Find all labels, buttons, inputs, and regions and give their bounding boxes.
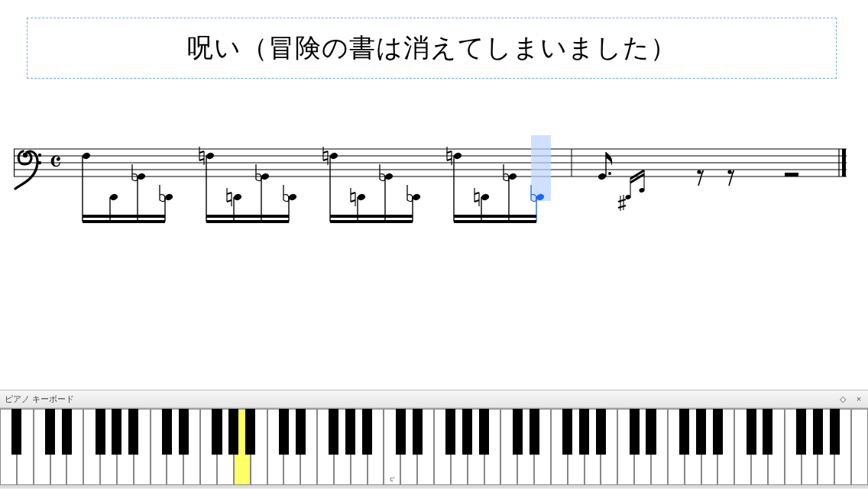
black-key[interactable] bbox=[413, 409, 423, 455]
svg-rect-65 bbox=[531, 135, 551, 201]
score-area[interactable]: 呪い（冒険の書は消えてしまいました） 𝄴 bbox=[0, 0, 868, 390]
black-key[interactable] bbox=[796, 409, 806, 455]
black-key[interactable] bbox=[296, 409, 306, 455]
svg-text:𝄴: 𝄴 bbox=[49, 146, 62, 178]
panel-close-icon[interactable]: × bbox=[854, 394, 863, 403]
svg-line-68 bbox=[447, 151, 452, 153]
key-label-middle-c: c' bbox=[384, 475, 400, 483]
black-key[interactable] bbox=[630, 409, 640, 455]
black-key[interactable] bbox=[329, 409, 338, 455]
black-key[interactable] bbox=[646, 409, 656, 455]
black-key[interactable] bbox=[212, 409, 222, 455]
svg-line-32 bbox=[227, 193, 232, 194]
app-frame: 呪い（冒険の書は消えてしまいました） 𝄴 ピアノ キーボード ◇ × c' bbox=[0, 0, 868, 489]
black-key[interactable] bbox=[128, 409, 138, 455]
svg-line-73 bbox=[474, 193, 479, 194]
title-box[interactable]: 呪い（冒険の書は消えてしまいました） bbox=[27, 18, 837, 79]
black-key[interactable] bbox=[179, 409, 189, 455]
svg-point-87 bbox=[608, 172, 611, 175]
svg-point-7 bbox=[38, 154, 41, 157]
black-key[interactable] bbox=[245, 409, 255, 455]
svg-line-92 bbox=[618, 206, 626, 208]
black-key[interactable] bbox=[713, 409, 723, 455]
piano-keyboard-panel: ピアノ キーボード ◇ × c' bbox=[0, 390, 868, 489]
svg-line-48 bbox=[323, 159, 328, 160]
black-key[interactable] bbox=[45, 409, 55, 455]
black-key[interactable] bbox=[362, 409, 372, 455]
black-key[interactable] bbox=[228, 409, 238, 455]
black-key[interactable] bbox=[596, 409, 606, 455]
black-key[interactable] bbox=[513, 409, 523, 455]
svg-rect-12 bbox=[842, 149, 846, 176]
black-key[interactable] bbox=[162, 409, 172, 455]
black-key[interactable] bbox=[345, 409, 355, 455]
black-key[interactable] bbox=[696, 409, 706, 455]
panel-title: ピアノ キーボード bbox=[5, 393, 74, 405]
svg-line-91 bbox=[618, 199, 626, 202]
black-key[interactable] bbox=[579, 409, 589, 455]
score-title: 呪い（冒険の書は消えてしまいました） bbox=[187, 31, 677, 66]
black-key[interactable] bbox=[679, 409, 689, 455]
black-key[interactable] bbox=[813, 409, 823, 455]
piano-keys[interactable]: c' bbox=[0, 408, 868, 488]
svg-line-53 bbox=[351, 200, 355, 202]
svg-point-8 bbox=[38, 161, 41, 164]
black-key[interactable] bbox=[530, 409, 539, 455]
svg-point-6 bbox=[23, 153, 28, 157]
svg-line-69 bbox=[447, 159, 452, 160]
black-key[interactable] bbox=[562, 409, 572, 455]
black-key[interactable] bbox=[396, 409, 406, 455]
svg-line-47 bbox=[323, 151, 328, 153]
svg-line-28 bbox=[199, 159, 204, 160]
black-key[interactable] bbox=[96, 409, 105, 455]
panel-collapse-icon[interactable]: ◇ bbox=[838, 394, 847, 404]
black-key[interactable] bbox=[479, 409, 489, 455]
black-key[interactable] bbox=[462, 409, 472, 455]
black-key[interactable] bbox=[830, 409, 840, 455]
panel-header[interactable]: ピアノ キーボード ◇ × bbox=[0, 390, 868, 408]
black-key[interactable] bbox=[112, 409, 121, 455]
svg-line-52 bbox=[351, 193, 355, 194]
svg-line-74 bbox=[474, 200, 479, 202]
black-key[interactable] bbox=[279, 409, 289, 455]
black-key[interactable] bbox=[763, 409, 772, 455]
staff[interactable]: 𝄴 bbox=[14, 134, 854, 225]
black-key[interactable] bbox=[62, 409, 72, 455]
black-key[interactable] bbox=[747, 409, 756, 455]
svg-rect-101 bbox=[785, 173, 798, 176]
white-key[interactable] bbox=[851, 409, 868, 485]
svg-line-33 bbox=[227, 200, 232, 202]
black-key[interactable] bbox=[11, 409, 21, 455]
black-key[interactable] bbox=[445, 409, 455, 455]
svg-line-27 bbox=[199, 151, 204, 153]
